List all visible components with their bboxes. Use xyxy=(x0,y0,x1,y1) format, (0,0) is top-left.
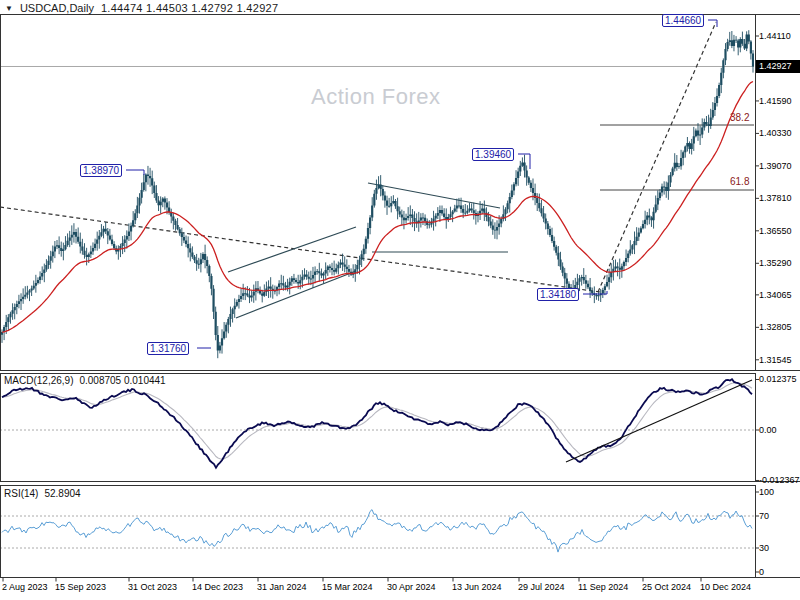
chart-canvas[interactable] xyxy=(0,0,800,600)
macd-main-line xyxy=(2,379,752,468)
moving-average-line xyxy=(2,82,753,333)
trendline xyxy=(228,227,356,272)
macd-label: MACD(12,26,9) xyxy=(4,375,73,386)
ohlc-quotes: 1.44474 1.44503 1.42792 1.42927 xyxy=(101,2,279,14)
callout-pointer xyxy=(126,170,144,175)
symbol-title: USDCAD,Daily xyxy=(20,2,94,14)
rsi-panel[interactable] xyxy=(0,510,755,552)
macd-panel[interactable] xyxy=(0,379,755,468)
price-panel[interactable] xyxy=(0,20,755,358)
rsi-label: RSI(14) xyxy=(4,488,38,499)
macd-trendline xyxy=(566,380,752,462)
rsi-value: 52.8904 xyxy=(44,488,80,499)
trendline xyxy=(598,22,716,292)
callout-pointer xyxy=(708,20,717,27)
title-bar: ▼ USDCAD,Daily 1.44474 1.44503 1.42792 1… xyxy=(5,2,278,14)
rsi-line xyxy=(2,510,752,552)
current-price-tag: 1.42927 xyxy=(756,60,800,73)
chart-window: ▼ USDCAD,Daily 1.44474 1.44503 1.42792 1… xyxy=(0,0,800,600)
candle-bodies xyxy=(2,35,753,351)
macd-header: MACD(12,26,9) 0.008705 0.010441 xyxy=(4,375,166,386)
macd-values: 0.008705 0.010441 xyxy=(79,375,165,386)
macd-signal-line xyxy=(2,383,752,459)
rsi-header: RSI(14) 52.8904 xyxy=(4,488,81,499)
symbol-dropdown-icon[interactable]: ▼ xyxy=(5,4,13,13)
